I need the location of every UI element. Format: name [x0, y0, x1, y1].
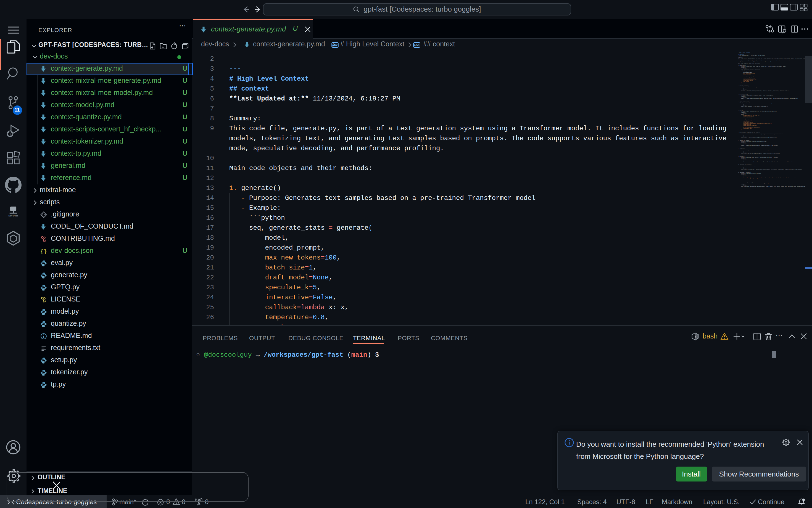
- svg-text:Dev-Docs: Dev-Docs: [8, 214, 18, 217]
- svg-text:{}: {}: [40, 249, 46, 255]
- svg-text:abc: abc: [414, 43, 420, 47]
- svg-text:$: $: [695, 336, 696, 339]
- svg-text:abc: abc: [332, 43, 338, 47]
